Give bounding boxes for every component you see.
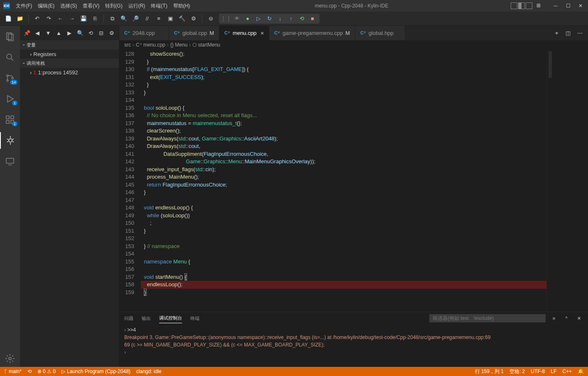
list-icon[interactable]: ≡ — [550, 314, 558, 322]
minimap[interactable]: ▬▬▬▬▬▬▬▬▬▬▬▬▬▬▬▬▬▬▬▬▬▬▬▬▬▬▬▬▬▬▬▬▬▬▬▬▬▬▬▬… — [546, 49, 588, 312]
menu-item[interactable]: 文件(F) — [13, 2, 34, 10]
step-into-icon[interactable]: ↓ — [276, 15, 284, 22]
close-button[interactable]: ✕ — [576, 2, 585, 10]
zoom-out-icon[interactable]: ⊖ — [207, 15, 215, 23]
copy-icon[interactable]: ⧉ — [108, 15, 116, 23]
gear-icon[interactable]: ⚙ — [108, 29, 116, 37]
menu-item[interactable]: 帮助(H) — [171, 2, 193, 10]
run-debug-icon[interactable]: 1 — [0, 91, 20, 107]
settings-icon[interactable] — [0, 350, 20, 367]
breadcrumb-item[interactable]: C⁺ menu.cpp — [136, 42, 165, 48]
problems-item[interactable]: ⊗ 0 ⚠ 0 — [37, 369, 56, 374]
variables-item[interactable]: Registers — [20, 49, 119, 59]
menu-item[interactable]: 转到(G) — [103, 2, 125, 10]
down-icon[interactable]: ▼ — [44, 29, 52, 37]
editor-tab[interactable]: C⁺global.hpp — [355, 26, 405, 40]
breadcrumb-item[interactable]: ⬡ startMenu — [192, 42, 220, 48]
debug-console[interactable]: › >>4Breakpoint 3, Game::PreGameSetup::(… — [119, 324, 588, 367]
editor-body[interactable]: 1281291301311321331341351361371381391401… — [119, 49, 588, 312]
encoding[interactable]: UTF-8 — [531, 368, 545, 375]
minimize-button[interactable]: ─ — [551, 2, 560, 10]
nav-fwd-icon[interactable]: → — [68, 15, 76, 23]
cursor-pos[interactable]: 行 159，列 1 — [475, 368, 504, 375]
more-icon[interactable]: ⋯ — [576, 29, 584, 37]
process-prefix: 1 — [33, 69, 36, 76]
bell-icon[interactable]: 🔔 — [578, 368, 584, 375]
remote-icon[interactable] — [0, 153, 20, 170]
indent[interactable]: 空格: 2 — [509, 368, 525, 375]
build-icon[interactable]: 🔨 — [178, 15, 186, 23]
expand-icon[interactable]: ^ — [562, 314, 571, 322]
extensions-icon[interactable]: 1 — [0, 111, 20, 128]
layout-icons[interactable]: ⊞ — [511, 2, 543, 9]
search-icon[interactable] — [0, 49, 20, 66]
breadcrumb-item[interactable]: src — [124, 42, 131, 48]
panel-tab[interactable]: 输出 — [142, 314, 151, 323]
menu-item[interactable]: 编辑(E) — [35, 2, 57, 10]
new-file-icon[interactable]: 📄 — [4, 15, 12, 23]
breadcrumbs[interactable]: src›C⁺ menu.cpp›{} Menu›⬡ startMenu — [119, 40, 588, 49]
prev-icon[interactable]: ◀ — [34, 29, 42, 37]
undo-icon[interactable]: ↶ — [33, 15, 41, 23]
callstack-section[interactable]: 调用堆栈 — [20, 59, 119, 68]
save-all-icon[interactable]: ⎘ — [91, 15, 99, 23]
breadcrumb-item[interactable]: {} Menu — [170, 42, 187, 48]
eol[interactable]: LF — [551, 368, 556, 375]
callstack-item[interactable]: 11:process 14592 — [20, 68, 119, 77]
terminal-icon[interactable]: ▣ — [166, 15, 175, 23]
nav-back-icon[interactable]: ← — [56, 15, 64, 23]
code[interactable]: showScores(); } if (mainmenustatus[FLAG_… — [141, 49, 546, 312]
step-over-icon[interactable]: ↻ — [266, 15, 273, 22]
menu-item[interactable]: 选择(S) — [58, 2, 79, 10]
split-icon[interactable]: ◫ — [564, 29, 572, 37]
restart-icon[interactable]: ⟲ — [298, 15, 305, 22]
collapse-icon[interactable]: ⊟ — [98, 29, 105, 37]
continue-icon[interactable]: ● — [244, 15, 251, 22]
panel-tab[interactable]: 问题 — [124, 314, 133, 323]
stop-icon[interactable]: ■ — [309, 15, 316, 22]
next-icon[interactable]: ▶ — [66, 29, 73, 37]
comment-icon[interactable]: // — [143, 15, 151, 23]
explorer-icon[interactable] — [0, 28, 20, 45]
panel-tab[interactable]: 终端 — [190, 314, 199, 323]
close-panel-icon[interactable]: ✕ — [575, 314, 583, 322]
activity-bar: 14 1 1 — [0, 26, 20, 367]
refresh-icon[interactable]: ⟲ — [87, 29, 94, 37]
cpp-icon: C⁺ — [124, 30, 130, 36]
clangd-item[interactable]: clangd: idle — [136, 369, 162, 374]
editor-tab[interactable]: C⁺2048.cpp — [119, 26, 169, 40]
filter-input[interactable] — [429, 314, 546, 322]
step-out-icon[interactable]: ↑ — [287, 15, 295, 22]
maximize-button[interactable]: ☐ — [564, 2, 572, 10]
ext-badge: 1 — [12, 121, 17, 126]
play-icon[interactable]: ▷ — [255, 15, 262, 22]
search-icon[interactable]: 🔍 — [120, 15, 128, 23]
debug-view-icon[interactable] — [0, 132, 20, 149]
open-folder-icon[interactable]: 📁 — [16, 15, 24, 23]
lang[interactable]: C++ — [562, 368, 572, 375]
replace-icon[interactable]: 🔎 — [131, 15, 140, 23]
scm-icon[interactable]: 14 — [0, 70, 20, 86]
up-icon[interactable]: ▲ — [55, 29, 63, 37]
editor-tab[interactable]: C⁺menu.cpp× — [219, 26, 269, 40]
drag-handle-icon[interactable]: ⋮⋮ — [222, 15, 230, 22]
menu-item[interactable]: 运行(R) — [126, 2, 148, 10]
eye-icon[interactable]: 👁 — [233, 15, 241, 22]
pin-icon[interactable]: 📌 — [23, 29, 31, 37]
editor-tab[interactable]: C⁺game-pregamemenu.cppM — [269, 26, 355, 40]
redo-icon[interactable]: ↷ — [44, 15, 53, 23]
close-icon[interactable]: × — [261, 30, 264, 37]
launch-item[interactable]: ▷ Launch Program (Cpp-2048) — [62, 369, 130, 374]
variables-section[interactable]: 变量 — [20, 40, 119, 49]
save-icon[interactable]: 💾 — [79, 15, 88, 23]
compass-icon[interactable]: ⌖ — [552, 29, 561, 37]
branch-item[interactable]: ᚴ main* — [4, 369, 22, 374]
gear-icon[interactable]: ⚙ — [189, 15, 198, 23]
sync-item[interactable]: ⟲ — [27, 369, 32, 374]
menu-item[interactable]: 终端(T) — [148, 2, 170, 10]
editor-tab[interactable]: C⁺global.cppM — [169, 26, 219, 40]
panel-tab[interactable]: 调试控制台 — [159, 313, 182, 323]
search-icon[interactable]: 🔍 — [76, 29, 84, 37]
menu-item[interactable]: 查看(V) — [80, 2, 102, 10]
format-icon[interactable]: ≡ — [155, 15, 163, 23]
